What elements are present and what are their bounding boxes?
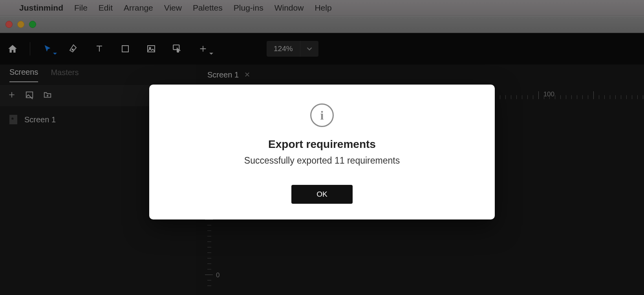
- info-icon: i: [310, 103, 334, 127]
- dialog-overlay: i Export requirements Successfully expor…: [0, 0, 644, 295]
- dialog-message: Successfully exported 11 requirements: [165, 155, 479, 166]
- ok-button[interactable]: OK: [291, 185, 352, 204]
- dialog-title: Export requirements: [165, 138, 479, 151]
- export-dialog: i Export requirements Successfully expor…: [149, 85, 495, 219]
